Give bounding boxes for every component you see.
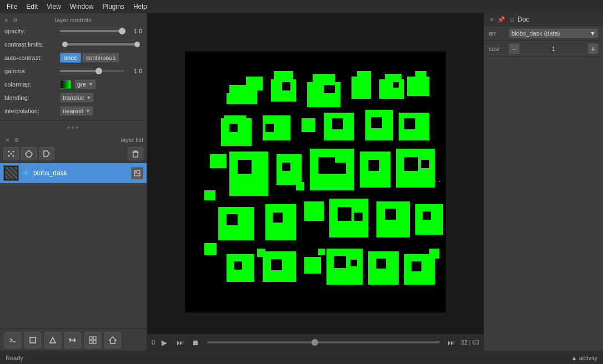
svg-point-4 — [13, 155, 14, 157]
layer-controls-title: layer controls — [55, 17, 91, 23]
svg-point-2 — [13, 151, 14, 153]
svg-rect-39 — [229, 124, 238, 132]
separator-dots: ••• — [67, 123, 80, 133]
autocontrast-row: auto-contrast: once continuous — [0, 51, 147, 64]
doc-arr-dropdown[interactable]: blobs_dask (data) ▼ — [509, 28, 599, 38]
svg-rect-63 — [227, 214, 238, 225]
svg-rect-81 — [350, 260, 357, 266]
menu-view[interactable]: View — [42, 2, 66, 12]
autocontrast-buttons: once continuous — [60, 53, 119, 63]
doc-size-row: size − 1 + — [484, 41, 603, 57]
step-forward-button[interactable]: ⏭ — [174, 336, 186, 348]
opacity-label: opacity: — [4, 28, 60, 34]
blending-label: blending: — [4, 94, 60, 101]
gamma-value: 1.0 — [127, 68, 142, 74]
canvas-area[interactable]: ⋮ 0 ▶ ⏭ ⏹ ⏭ 32 | 63 — [147, 13, 484, 351]
svg-marker-5 — [26, 150, 32, 157]
svg-rect-90 — [429, 249, 439, 259]
square-button[interactable] — [24, 332, 41, 348]
doc-arr-arrow-icon: ▼ — [590, 30, 596, 37]
svg-rect-80 — [334, 256, 346, 268]
polygon-tool-button[interactable] — [21, 147, 37, 160]
play-button[interactable]: ▶ — [158, 336, 170, 348]
frame-end-button[interactable]: ⏭ — [445, 336, 458, 348]
interpolation-dropdown[interactable]: nearest ▼ — [60, 106, 93, 116]
layer-type-icon — [131, 167, 143, 179]
points-tool-button[interactable] — [3, 147, 19, 160]
colormap-label: colormap: — [4, 81, 60, 88]
arrows-button[interactable] — [64, 332, 81, 348]
interpolation-arrow-icon: ▼ — [86, 108, 91, 114]
doc-panel: ✕ 📌 ⊡ Doc arr blobs_dask (data) ▼ size −… — [484, 13, 603, 351]
layer-thumbnail — [3, 165, 19, 181]
svg-point-3 — [8, 155, 10, 157]
activity-label: activity — [579, 355, 597, 361]
colormap-row: colormap: gre ▼ — [0, 78, 147, 91]
image-icon — [134, 170, 140, 176]
colormap-dropdown[interactable]: gre ▼ — [74, 79, 96, 89]
doc-expand-icon[interactable]: ⊡ — [507, 16, 515, 23]
svg-rect-8 — [134, 151, 137, 152]
home-icon — [108, 336, 117, 345]
opacity-slider[interactable] — [60, 30, 124, 32]
size-increase-button[interactable]: + — [587, 43, 599, 54]
current-frame: 32 — [461, 339, 468, 346]
autocontrast-continuous-button[interactable]: continuous — [82, 53, 119, 63]
points-icon — [7, 150, 15, 158]
menu-help[interactable]: Help — [129, 2, 152, 12]
svg-rect-26 — [282, 82, 290, 90]
colormap-value: gre — [77, 81, 86, 88]
svg-rect-53 — [282, 163, 290, 171]
contrast-slider[interactable] — [60, 43, 142, 46]
delete-layer-button[interactable] — [128, 147, 143, 160]
interpolation-row: interpolation: nearest ▼ — [0, 104, 147, 118]
thumbnail-preview — [5, 167, 17, 179]
layer-item-blobs-dask[interactable]: 👁 blobs_dask — [0, 163, 147, 183]
colormap-arrow-icon: ▼ — [88, 82, 93, 87]
stop-button[interactable]: ⏹ — [189, 336, 202, 348]
panel-minimize-icon[interactable]: ✕ — [2, 16, 10, 24]
svg-rect-48 — [404, 118, 415, 129]
frame-slider[interactable] — [207, 341, 439, 343]
menu-window[interactable]: Window — [66, 2, 98, 12]
menu-plugins[interactable]: Plugins — [98, 2, 129, 12]
grid-button[interactable] — [84, 332, 101, 348]
contrast-label: contrast limits: — [4, 41, 60, 48]
blending-dropdown[interactable]: transluc ▼ — [60, 93, 94, 103]
doc-size-label: size — [489, 46, 505, 52]
doc-pin-icon[interactable]: 📌 — [498, 16, 505, 23]
svg-rect-18 — [93, 341, 96, 343]
svg-rect-66 — [304, 201, 324, 221]
trash-icon — [132, 150, 139, 158]
doc-close-icon[interactable]: ✕ — [488, 16, 495, 23]
layer-list-settings-icon[interactable]: ⚙ — [12, 136, 20, 144]
shapes-button[interactable] — [44, 332, 61, 348]
layer-visibility-icon[interactable]: 👁 — [22, 169, 30, 178]
gamma-slider[interactable] — [60, 70, 124, 72]
blending-value: transluc — [63, 94, 84, 101]
home-button[interactable] — [104, 332, 121, 348]
autocontrast-once-button[interactable]: once — [60, 53, 81, 63]
layer-controls-header: ✕ ⚙ layer controls — [0, 16, 147, 24]
label-tool-button[interactable] — [39, 147, 54, 160]
svg-rect-41 — [265, 124, 274, 132]
doc-arr-value: blobs_dask (data) — [511, 30, 560, 37]
layer-name-label: blobs_dask — [33, 169, 128, 177]
polygon-icon — [25, 150, 33, 158]
doc-arr-row: arr blobs_dask (data) ▼ — [484, 26, 603, 41]
activity-button[interactable]: ▲ activity — [571, 355, 597, 361]
panel-settings-icon[interactable]: ⚙ — [11, 16, 19, 24]
left-panel: ✕ ⚙ layer controls opacity: 1.0 contr — [0, 13, 147, 351]
svg-rect-85 — [411, 261, 421, 271]
layer-list-panel: ✕ ⚙ layer list — [0, 135, 147, 328]
gamma-label: gamma: — [4, 68, 60, 74]
menu-file[interactable]: File — [2, 2, 22, 12]
console-button[interactable] — [4, 332, 21, 348]
menu-edit[interactable]: Edit — [22, 2, 42, 12]
svg-marker-19 — [109, 337, 116, 343]
canvas-context-menu-icon[interactable]: ⋮ — [430, 176, 443, 188]
size-decrease-button[interactable]: − — [509, 43, 520, 54]
layer-list-minimize-icon[interactable]: ✕ — [3, 136, 11, 144]
bottom-toolbar — [0, 328, 147, 351]
menubar: File Edit View Window Plugins Help — [0, 0, 603, 13]
